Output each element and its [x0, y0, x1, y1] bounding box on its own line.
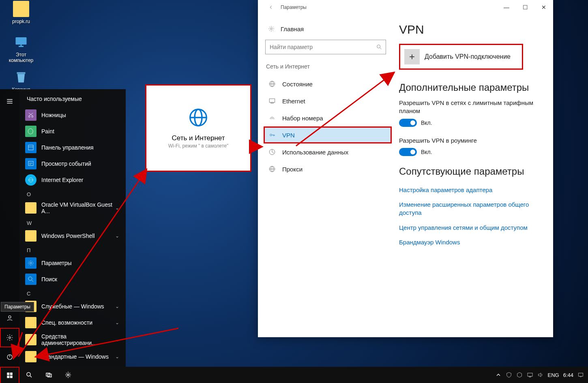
net-tile-title: Сеть и Интернет — [172, 134, 225, 142]
taskview-icon[interactable] — [39, 367, 58, 383]
app-label: Параметры — [41, 260, 72, 266]
svg-rect-3 — [17, 72, 26, 74]
network-internet-tile[interactable]: Сеть и Интернет Wi-Fi, режим " в самолет… — [145, 84, 251, 172]
tray-clock[interactable]: 6:44 — [563, 372, 573, 378]
app-label: Служебные — Windows — [41, 303, 104, 310]
svg-rect-26 — [269, 99, 275, 103]
bin-icon — [13, 69, 29, 85]
plus-icon: + — [404, 49, 420, 64]
toggle-switch[interactable] — [399, 119, 417, 127]
app-item-standard[interactable]: Стандартные — Windows ⌄ — [19, 349, 126, 365]
toggle-roaming[interactable]: Вкл. — [399, 148, 541, 156]
scissors-icon — [25, 109, 36, 121]
taskbar-settings-icon[interactable] — [58, 367, 78, 383]
svg-rect-38 — [7, 372, 9, 375]
power-icon[interactable] — [0, 347, 19, 367]
toggle-metered[interactable]: Вкл. — [399, 119, 541, 127]
taskbar-search-icon[interactable] — [19, 367, 39, 383]
svg-point-28 — [270, 134, 272, 136]
desktop-icon-computer[interactable]: Этот компьютер — [5, 34, 37, 63]
app-item-accessibility[interactable]: Спец. возможности ⌄ — [19, 315, 126, 331]
settings-titlebar[interactable]: Параметры — ☐ ✕ — [258, 0, 553, 15]
apps-letter-p[interactable]: П — [19, 244, 126, 255]
app-label: Paint — [41, 128, 54, 135]
svg-line-43 — [30, 376, 32, 377]
search-icon — [376, 44, 382, 50]
link-adapter[interactable]: Настройка параметров адаптера — [399, 183, 541, 197]
vpn-icon — [268, 131, 276, 139]
taskbar: ENG 6:44 — [0, 367, 588, 383]
app-item-eventviewer[interactable]: Просмотр событий — [19, 156, 126, 172]
svg-rect-41 — [10, 376, 13, 378]
link-firewall[interactable]: Брандмауэр Windows — [399, 235, 541, 250]
apps-letter-o[interactable]: O — [19, 188, 126, 199]
svg-point-20 — [270, 28, 273, 30]
tray-chevron-icon[interactable] — [495, 372, 502, 378]
apps-letter-s[interactable]: С — [19, 287, 126, 298]
close-button[interactable]: ✕ — [534, 1, 553, 13]
desktop[interactable]: propk.ru Этот компьютер Корзина — [0, 0, 588, 383]
content-heading: VPN — [399, 23, 541, 36]
data-usage-icon — [268, 148, 276, 156]
tray-shield-icon[interactable] — [506, 372, 512, 378]
settings-content: VPN + Добавить VPN-подключение Дополните… — [392, 15, 553, 337]
nav-home[interactable]: Главная — [264, 21, 392, 36]
system-tray: ENG 6:44 — [491, 372, 588, 378]
svg-rect-40 — [7, 376, 9, 378]
nav-item-ethernet[interactable]: Ethernet — [264, 92, 392, 109]
toggle-switch[interactable] — [399, 148, 417, 156]
nav-item-data[interactable]: Использование данных — [264, 143, 392, 160]
nav-item-vpn[interactable]: VPN — [264, 126, 392, 143]
svg-point-4 — [9, 316, 11, 318]
nav-item-status[interactable]: Состояние — [264, 75, 392, 92]
app-item-admin[interactable]: Средства администрировани... ⌄ — [19, 331, 126, 349]
nav-home-label: Главная — [281, 26, 304, 32]
net-tile-subtitle: Wi-Fi, режим " в самолете" — [168, 143, 228, 150]
gear-icon — [25, 257, 36, 269]
palette-icon — [25, 126, 36, 137]
svg-rect-10 — [28, 145, 33, 150]
back-button[interactable] — [264, 1, 277, 14]
tray-network-icon[interactable] — [527, 372, 533, 378]
app-item-system[interactable]: Служебные — Windows ⌄ — [19, 298, 126, 315]
app-item-controlpanel[interactable]: Панель управления — [19, 139, 126, 156]
add-vpn-button[interactable]: + Добавить VPN-подключение — [399, 44, 523, 70]
link-sharing[interactable]: Изменение расширенных параметров общего … — [399, 197, 541, 220]
nav-label: Набор номера — [282, 115, 323, 122]
window-controls: — ☐ ✕ — [497, 1, 553, 13]
nav-item-dialup[interactable]: Набор номера — [264, 109, 392, 126]
maximize-button[interactable]: ☐ — [516, 1, 534, 13]
start-button[interactable] — [0, 367, 19, 383]
app-item-search[interactable]: Поиск — [19, 271, 126, 287]
tray-cube-icon[interactable] — [516, 372, 523, 378]
app-item-paint[interactable]: Paint — [19, 123, 126, 139]
app-item-powershell[interactable]: Windows PowerShell ⌄ — [19, 228, 126, 244]
app-item-oracle[interactable]: Oracle VM VirtualBox Guest A... ⌄ — [19, 199, 126, 217]
tray-volume-icon[interactable] — [537, 372, 544, 378]
apps-letter-w[interactable]: W — [19, 217, 126, 228]
link-network-center[interactable]: Центр управления сетями и общим доступом — [399, 220, 541, 235]
start-rail — [0, 89, 19, 367]
ie-icon — [25, 174, 36, 186]
control-panel-icon — [25, 142, 36, 153]
svg-rect-39 — [10, 372, 13, 375]
chevron-down-icon: ⌄ — [115, 337, 119, 342]
folder-icon — [13, 1, 29, 17]
desktop-icon-folder[interactable]: propk.ru — [5, 1, 37, 24]
svg-rect-49 — [579, 373, 583, 376]
svg-point-21 — [377, 45, 380, 48]
hamburger-icon[interactable] — [0, 92, 19, 111]
app-item-snip[interactable]: Ножницы — [19, 107, 126, 123]
nav-search[interactable]: Найти параметр — [265, 40, 386, 54]
toggle-text: Вкл. — [421, 149, 432, 155]
tray-notifications-icon[interactable] — [577, 372, 584, 378]
minimize-button[interactable]: — — [497, 1, 516, 13]
tray-language[interactable]: ENG — [548, 372, 559, 378]
app-item-settings[interactable]: Параметры — [19, 255, 126, 271]
svg-point-15 — [28, 277, 32, 280]
nav-item-proxy[interactable]: Прокси — [264, 160, 392, 178]
settings-icon[interactable] — [0, 328, 19, 347]
chevron-down-icon: ⌄ — [115, 205, 119, 211]
app-item-ie[interactable]: Internet Explorer — [19, 172, 126, 188]
nav-section: Сеть и Интернет — [264, 62, 392, 75]
